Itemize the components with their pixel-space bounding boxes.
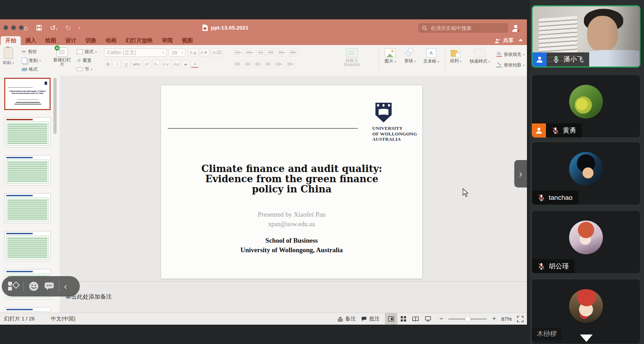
tab-insert[interactable]: 插入 bbox=[21, 36, 41, 45]
slide-thumbnail-3[interactable] bbox=[4, 155, 51, 185]
slide-counter: 幻灯片 1 / 26 bbox=[4, 316, 35, 322]
zoom-slider-thumb[interactable] bbox=[465, 316, 470, 321]
reset-button[interactable]: ↺ 重置 bbox=[77, 57, 97, 64]
indent-decrease-button[interactable] bbox=[257, 49, 265, 56]
save-icon[interactable] bbox=[36, 25, 42, 31]
tab-draw[interactable]: 绘图 bbox=[41, 36, 61, 45]
shapes-button[interactable]: 形状 ▾ bbox=[404, 48, 416, 64]
tab-animations[interactable]: 动画 bbox=[101, 36, 121, 45]
expand-panel-button[interactable]: › bbox=[514, 160, 527, 187]
customize-toolbar-icon[interactable]: ▾ bbox=[79, 26, 80, 30]
emoji-reaction-icon[interactable] bbox=[28, 281, 39, 292]
comments-toggle-button[interactable]: 批注 bbox=[361, 316, 380, 322]
font-size-select[interactable]: 28▾ bbox=[169, 49, 186, 57]
tab-design[interactable]: 设计 bbox=[61, 36, 81, 45]
arrange-button[interactable]: 排列 ▾ bbox=[450, 48, 462, 64]
clear-formatting-button[interactable]: A⌫ bbox=[211, 49, 223, 56]
zoom-slider[interactable] bbox=[448, 318, 487, 320]
participant-tile-4[interactable]: 胡公瑾 bbox=[532, 210, 640, 274]
scroll-down-indicator[interactable] bbox=[580, 335, 593, 342]
tab-view[interactable]: 视图 bbox=[178, 36, 198, 45]
paste-button[interactable]: 粘贴 ▾ bbox=[3, 47, 14, 66]
shrink-font-button[interactable]: A▼ bbox=[199, 49, 210, 56]
home-icon[interactable]: ⌂ bbox=[24, 24, 28, 31]
align-left-button[interactable] bbox=[233, 60, 242, 68]
character-spacing-button[interactable]: A∨ bbox=[161, 60, 170, 68]
undo-button[interactable]: ↺▾ bbox=[50, 24, 57, 32]
font-color-button[interactable]: A bbox=[191, 60, 199, 68]
slide-canvas[interactable]: UNIVERSITY OF WOLLONGONG AUSTRALIA Clima… bbox=[161, 85, 422, 279]
fit-to-window-icon[interactable] bbox=[517, 316, 523, 322]
slideshow-button[interactable] bbox=[422, 313, 434, 325]
tab-slideshow[interactable]: 幻灯片放映 bbox=[121, 36, 157, 45]
close-window-button[interactable] bbox=[4, 25, 8, 30]
notes-area[interactable]: 单击此处添加备注 bbox=[60, 281, 527, 313]
participant-tile-2[interactable]: 黄勇 bbox=[532, 75, 640, 138]
participant-tile-3[interactable]: tanchao bbox=[532, 142, 640, 205]
search-box[interactable] bbox=[418, 23, 508, 33]
thumbnail-scrollbar[interactable] bbox=[53, 78, 57, 134]
zoom-in-button[interactable]: + bbox=[492, 315, 496, 323]
search-input[interactable] bbox=[430, 25, 495, 31]
grow-font-button[interactable]: A▲ bbox=[188, 49, 199, 56]
underline-button[interactable]: U bbox=[122, 60, 130, 68]
picture-button[interactable]: 图片 ▾ bbox=[385, 48, 396, 64]
slide-thumbnail-7[interactable] bbox=[4, 307, 51, 313]
chevron-left-icon[interactable]: ‹ bbox=[64, 282, 67, 291]
strikethrough-button[interactable]: abc bbox=[131, 60, 142, 68]
line-spacing-button[interactable]: ▾ bbox=[277, 49, 286, 56]
chat-icon[interactable] bbox=[44, 281, 54, 291]
participant-tile-1[interactable]: 潘小飞 bbox=[532, 5, 640, 68]
bullets-button[interactable]: ▾ bbox=[233, 49, 243, 56]
window-controls[interactable] bbox=[4, 25, 24, 30]
align-center-button[interactable] bbox=[244, 60, 252, 68]
superscript-button[interactable]: X² bbox=[143, 60, 151, 68]
language-indicator[interactable]: 中文(中国) bbox=[51, 316, 76, 322]
shape-fill-button[interactable]: 形状填充▾ bbox=[496, 51, 524, 58]
copy-button[interactable]: 复制▾ bbox=[22, 57, 41, 64]
tab-review[interactable]: 审阅 bbox=[157, 36, 178, 45]
cut-button[interactable]: ✂ 剪切 bbox=[22, 48, 41, 56]
indent-increase-button[interactable] bbox=[267, 49, 275, 56]
shape-outline-icon bbox=[496, 63, 502, 68]
reading-view-button[interactable] bbox=[410, 313, 422, 325]
annotation-shapes-icon[interactable] bbox=[8, 281, 19, 292]
italic-button[interactable]: I bbox=[113, 60, 121, 68]
slide-thumbnail-4[interactable] bbox=[4, 193, 51, 223]
font-family-select[interactable]: Calibri (正文)▾ bbox=[104, 49, 167, 57]
convert-to-smartart-button[interactable]: 转换为 SmartArt bbox=[337, 48, 367, 67]
text-direction-button[interactable]: ▾ bbox=[274, 60, 284, 68]
zoom-percent[interactable]: 87% bbox=[501, 316, 512, 322]
justify-button[interactable] bbox=[264, 60, 272, 68]
tab-home[interactable]: 开始 bbox=[1, 36, 21, 45]
slide-thumbnail-1[interactable]: Climate finance and audit quality: Evide… bbox=[4, 78, 51, 110]
slide-sorter-view-button[interactable] bbox=[397, 313, 410, 325]
share-button[interactable]: 共享 bbox=[494, 36, 514, 45]
new-slide-button[interactable]: + 新建幻灯片 bbox=[52, 47, 72, 67]
minimize-window-button[interactable] bbox=[11, 25, 16, 30]
redo-button[interactable]: ↻ bbox=[65, 24, 71, 31]
align-right-button[interactable] bbox=[254, 60, 262, 68]
bold-button[interactable]: B bbox=[104, 60, 112, 68]
account-icon[interactable] bbox=[511, 23, 521, 33]
slide-thumbnail-5[interactable] bbox=[4, 231, 51, 261]
quick-styles-button[interactable]: 快速样式 ▾ bbox=[470, 48, 490, 64]
shape-outline-button[interactable]: 形状轮廓▾ bbox=[496, 61, 524, 69]
align-text-button[interactable]: ▾ bbox=[286, 60, 295, 68]
format-painter-button[interactable]: 格式 bbox=[22, 65, 41, 73]
change-case-button[interactable]: Aa bbox=[172, 60, 180, 68]
textbox-button[interactable]: A 文本框 ▾ bbox=[423, 48, 439, 64]
zoom-window-button[interactable] bbox=[19, 25, 24, 30]
normal-view-button[interactable] bbox=[385, 313, 397, 325]
numbering-button[interactable]: ▾ bbox=[245, 49, 255, 56]
columns-button[interactable]: ▾ bbox=[289, 49, 298, 56]
section-button[interactable]: 节▾ bbox=[77, 65, 97, 73]
slide-thumbnail-2[interactable] bbox=[4, 117, 51, 147]
highlight-color-button[interactable]: ▰ bbox=[182, 60, 189, 68]
collapse-ribbon-icon[interactable] bbox=[519, 39, 523, 41]
zoom-out-button[interactable]: − bbox=[439, 315, 443, 323]
tab-transitions[interactable]: 切换 bbox=[81, 36, 101, 45]
subscript-button[interactable]: X₂ bbox=[152, 60, 160, 68]
layout-button[interactable]: 版式▾ bbox=[77, 48, 97, 56]
notes-toggle-button[interactable]: 备注 bbox=[337, 316, 356, 322]
